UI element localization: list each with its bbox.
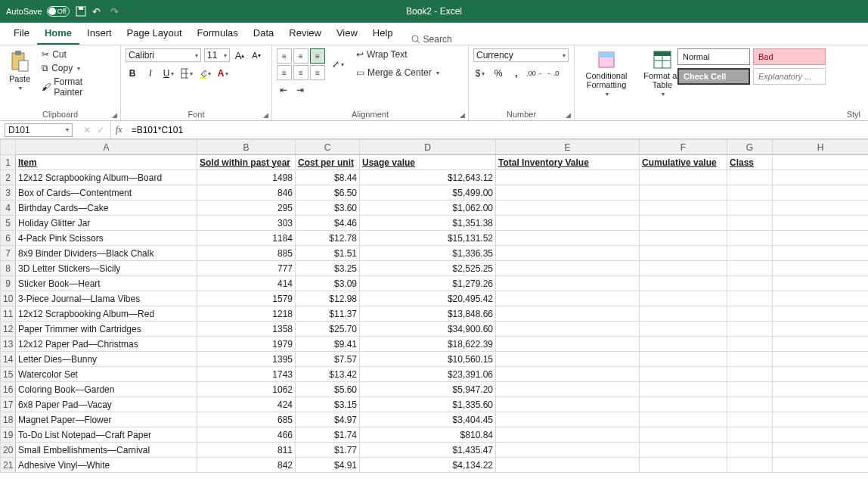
cell-C7[interactable]: $1.51 — [296, 246, 360, 261]
cell-G10[interactable] — [727, 291, 773, 306]
cell-C5[interactable]: $4.46 — [296, 216, 360, 231]
cell-H3[interactable] — [773, 185, 869, 200]
cell-A7[interactable]: 8x9 Binder Dividers—Black Chalk — [16, 246, 197, 261]
cell-H1[interactable] — [773, 155, 869, 170]
increase-font-icon[interactable]: A▴ — [233, 48, 246, 62]
col-header-H[interactable]: H — [773, 140, 869, 155]
cell-A13[interactable]: 12x12 Paper Pad—Christmas — [16, 337, 197, 352]
fill-color-button[interactable]: ▾ — [198, 67, 212, 80]
cell-G8[interactable] — [727, 261, 773, 276]
cell-A5[interactable]: Holiday Glitter Jar — [16, 216, 197, 231]
cell-A3[interactable]: Box of Cards—Contentment — [16, 185, 197, 200]
row-header-6[interactable]: 6 — [1, 231, 16, 246]
cell-F5[interactable] — [640, 216, 727, 231]
col-header-E[interactable]: E — [496, 140, 640, 155]
cell-H19[interactable] — [773, 427, 869, 443]
col-header-D[interactable]: D — [360, 140, 496, 155]
cell-A17[interactable]: 6x8 Paper Pad—Vacay — [16, 397, 197, 412]
cell-style-normal[interactable]: Normal — [677, 48, 750, 65]
cell-E8[interactable] — [496, 261, 640, 276]
cell-E15[interactable] — [496, 367, 640, 382]
cell-F17[interactable] — [640, 397, 727, 412]
cell-E4[interactable] — [496, 200, 640, 216]
row-header-14[interactable]: 14 — [1, 352, 16, 367]
cell-G7[interactable] — [727, 246, 773, 261]
cell-C2[interactable]: $8.44 — [296, 170, 360, 185]
cell-E2[interactable] — [496, 170, 640, 185]
cell-G14[interactable] — [727, 352, 773, 367]
cell-E11[interactable] — [496, 306, 640, 322]
cell-D12[interactable]: $34,900.60 — [360, 322, 496, 337]
cell-E9[interactable] — [496, 276, 640, 291]
row-header-12[interactable]: 12 — [1, 322, 16, 337]
cell-E10[interactable] — [496, 291, 640, 306]
cell-H18[interactable] — [773, 412, 869, 427]
cell-D7[interactable]: $1,336.35 — [360, 246, 496, 261]
cell-A21[interactable]: Adhesive Vinyl—White — [16, 458, 197, 473]
menu-view[interactable]: View — [329, 24, 365, 45]
cell-H14[interactable] — [773, 352, 869, 367]
menu-file[interactable]: File — [6, 24, 37, 45]
cell-B7[interactable]: 885 — [197, 246, 296, 261]
cell-B20[interactable]: 811 — [197, 443, 296, 458]
cut-button[interactable]: ✂Cut — [39, 48, 116, 61]
cell-E5[interactable] — [496, 216, 640, 231]
cell-A4[interactable]: Birthday Cards—Cake — [16, 200, 197, 216]
cell-H11[interactable] — [773, 306, 869, 322]
row-header-5[interactable]: 5 — [1, 216, 16, 231]
cell-B12[interactable]: 1358 — [197, 322, 296, 337]
cell-F9[interactable] — [640, 276, 727, 291]
enter-formula-icon[interactable]: ✓ — [97, 125, 104, 135]
cell-G15[interactable] — [727, 367, 773, 382]
cell-E14[interactable] — [496, 352, 640, 367]
cell-C12[interactable]: $25.70 — [296, 322, 360, 337]
row-header-13[interactable]: 13 — [1, 337, 16, 352]
cell-F16[interactable] — [640, 382, 727, 397]
cell-F18[interactable] — [640, 412, 727, 427]
align-bottom-center[interactable]: ≡ — [293, 65, 308, 80]
cell-E17[interactable] — [496, 397, 640, 412]
align-top-center[interactable]: ≡ — [293, 48, 308, 64]
cell-D16[interactable]: $5,947.20 — [360, 382, 496, 397]
align-top-right[interactable]: ≡ — [310, 48, 325, 64]
cell-A9[interactable]: Sticker Book—Heart — [16, 276, 197, 291]
cell-H9[interactable] — [773, 276, 869, 291]
align-bottom-left[interactable]: ≡ — [277, 65, 292, 80]
cell-H5[interactable] — [773, 216, 869, 231]
cell-B3[interactable]: 846 — [197, 185, 296, 200]
row-header-15[interactable]: 15 — [1, 367, 16, 382]
menu-insert[interactable]: Insert — [79, 24, 119, 45]
cell-G18[interactable] — [727, 412, 773, 427]
cell-B11[interactable]: 1218 — [197, 306, 296, 322]
cell-H4[interactable] — [773, 200, 869, 216]
cell-G17[interactable] — [727, 397, 773, 412]
cell-D21[interactable]: $4,134.22 — [360, 458, 496, 473]
cell-F7[interactable] — [640, 246, 727, 261]
cell-F3[interactable] — [640, 185, 727, 200]
cell-E13[interactable] — [496, 337, 640, 352]
cell-D11[interactable]: $13,848.66 — [360, 306, 496, 322]
cell-B18[interactable]: 685 — [197, 412, 296, 427]
cell-D4[interactable]: $1,062.00 — [360, 200, 496, 216]
cell-C11[interactable]: $11.37 — [296, 306, 360, 322]
conditional-formatting-button[interactable]: Conditional Formatting▾ — [579, 48, 634, 99]
cell-B16[interactable]: 1062 — [197, 382, 296, 397]
italic-button[interactable]: I — [144, 67, 157, 80]
cell-D9[interactable]: $1,279.26 — [360, 276, 496, 291]
cell-B6[interactable]: 1184 — [197, 231, 296, 246]
paste-button[interactable]: Paste▾ — [5, 48, 35, 93]
autosave-toggle[interactable]: AutoSave Off — [6, 6, 70, 17]
cell-D3[interactable]: $5,499.00 — [360, 185, 496, 200]
font-size-select[interactable]: 11▾ — [204, 48, 230, 62]
cell-D19[interactable]: $810.84 — [360, 427, 496, 443]
cell-F1[interactable]: Cumulative value — [640, 155, 727, 170]
cell-style-check-cell[interactable]: Check Cell — [677, 68, 750, 85]
cell-C4[interactable]: $3.60 — [296, 200, 360, 216]
cell-G19[interactable] — [727, 427, 773, 443]
bold-button[interactable]: B — [126, 67, 139, 80]
cell-E6[interactable] — [496, 231, 640, 246]
cell-G3[interactable] — [727, 185, 773, 200]
cell-B13[interactable]: 1979 — [197, 337, 296, 352]
cell-C21[interactable]: $4.91 — [296, 458, 360, 473]
save-icon[interactable] — [74, 5, 88, 18]
